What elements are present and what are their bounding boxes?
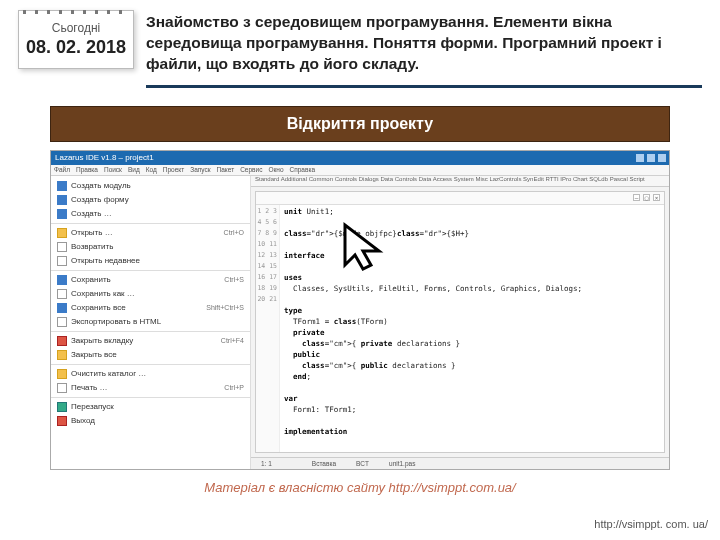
menu-item-label: Сохранить bbox=[71, 275, 111, 284]
menu-item-label: Возвратить bbox=[71, 242, 113, 251]
menubar-item[interactable]: Вид bbox=[128, 166, 140, 173]
code-area[interactable]: unit Unit1; class="dr">{$mode objfpc}cla… bbox=[280, 192, 586, 452]
menu-item[interactable]: СохранитьCtrl+S bbox=[51, 273, 250, 287]
menu-item-label: Создать … bbox=[71, 209, 112, 218]
menu-item-shortcut: Ctrl+S bbox=[224, 276, 244, 283]
menu-item[interactable]: Открыть недавнее bbox=[51, 254, 250, 268]
date-card: Сьогодні 08. 02. 2018 bbox=[18, 10, 134, 69]
menu-item[interactable]: Экспортировать в HTML bbox=[51, 315, 250, 329]
menu-item-icon bbox=[57, 195, 67, 205]
menu-item[interactable]: Открыть …Ctrl+O bbox=[51, 226, 250, 240]
section-banner: Відкриття проекту bbox=[50, 106, 670, 142]
line-number-gutter: 1 2 3 4 5 6 7 8 9 10 11 12 13 14 15 16 1… bbox=[256, 192, 280, 452]
menu-item[interactable]: Сохранить всеShift+Ctrl+S bbox=[51, 301, 250, 315]
cursor-icon bbox=[341, 221, 389, 275]
menu-item-icon bbox=[57, 289, 67, 299]
menubar-item[interactable]: Проект bbox=[163, 166, 184, 173]
menu-item-icon bbox=[57, 209, 67, 219]
menu-item-label: Перезапуск bbox=[71, 402, 114, 411]
maximize-icon[interactable] bbox=[647, 154, 655, 162]
date-today: Сьогодні bbox=[21, 21, 131, 35]
src-window-controls: – ▢ × bbox=[633, 194, 660, 201]
statusbar-cell: 1: 1 bbox=[261, 460, 272, 467]
menu-item[interactable]: Создать модуль bbox=[51, 179, 250, 193]
ide-menubar[interactable]: ФайлПравкаПоискВидКодПроектЗапускПакетСе… bbox=[51, 165, 669, 176]
menubar-item[interactable]: Код bbox=[146, 166, 157, 173]
menu-item[interactable]: Создать … bbox=[51, 207, 250, 221]
ide-file-menu[interactable]: Создать модульСоздать формуСоздать …Откр… bbox=[51, 176, 251, 469]
menu-item[interactable]: Перезапуск bbox=[51, 400, 250, 414]
ide-titlebar: Lazarus IDE v1.8 – project1 bbox=[51, 151, 669, 165]
menu-item-label: Выход bbox=[71, 416, 95, 425]
page-title: Знайомство з середовищем програмування. … bbox=[146, 10, 702, 88]
menubar-item[interactable]: Поиск bbox=[104, 166, 122, 173]
menu-item-shortcut: Ctrl+P bbox=[224, 384, 244, 391]
menu-item-icon bbox=[57, 350, 67, 360]
statusbar-cell: unit1.pas bbox=[389, 460, 415, 467]
statusbar-cell: Вставка bbox=[312, 460, 336, 467]
menu-item-label: Закрыть все bbox=[71, 350, 117, 359]
close-icon[interactable] bbox=[658, 154, 666, 162]
menu-item-label: Сохранить все bbox=[71, 303, 126, 312]
menu-item-icon bbox=[57, 242, 67, 252]
menu-item-label: Экспортировать в HTML bbox=[71, 317, 161, 326]
menu-item[interactable]: Сохранить как … bbox=[51, 287, 250, 301]
menu-item-label: Печать … bbox=[71, 383, 107, 392]
menu-item[interactable]: Выход bbox=[51, 414, 250, 428]
menu-item-icon bbox=[57, 228, 67, 238]
component-tabstrip[interactable]: Standard Additional Common Controls Dial… bbox=[251, 176, 669, 187]
statusbar-cell: BCT bbox=[356, 460, 369, 467]
menubar-item[interactable]: Справка bbox=[290, 166, 316, 173]
close-icon[interactable]: × bbox=[653, 194, 660, 201]
minimize-icon[interactable]: – bbox=[633, 194, 640, 201]
menu-item[interactable]: Закрыть все bbox=[51, 348, 250, 362]
menu-item-icon bbox=[57, 303, 67, 313]
maximize-icon[interactable]: ▢ bbox=[643, 194, 650, 201]
ide-screenshot: Lazarus IDE v1.8 – project1 ФайлПравкаПо… bbox=[50, 150, 670, 470]
menu-item[interactable]: Печать …Ctrl+P bbox=[51, 381, 250, 395]
ide-statusbar: 1: 1ВставкаBCTunit1.pas bbox=[251, 457, 669, 469]
svg-marker-0 bbox=[345, 225, 379, 269]
window-buttons bbox=[636, 151, 669, 165]
menu-item-label: Создать форму bbox=[71, 195, 129, 204]
menubar-item[interactable]: Пакет bbox=[217, 166, 235, 173]
menu-item-icon bbox=[57, 181, 67, 191]
menu-item-icon bbox=[57, 317, 67, 327]
menu-item-icon bbox=[57, 256, 67, 266]
ide-title: Lazarus IDE v1.8 – project1 bbox=[55, 151, 154, 165]
menu-item[interactable]: Закрыть вкладкуCtrl+F4 bbox=[51, 334, 250, 348]
menu-item-label: Открыть … bbox=[71, 228, 113, 237]
menu-item-shortcut: Shift+Ctrl+S bbox=[206, 304, 244, 311]
menubar-item[interactable]: Запуск bbox=[190, 166, 210, 173]
minimize-icon[interactable] bbox=[636, 154, 644, 162]
menu-item-label: Очистить каталог … bbox=[71, 369, 146, 378]
menu-item-shortcut: Ctrl+F4 bbox=[221, 337, 244, 344]
menubar-item[interactable]: Правка bbox=[76, 166, 98, 173]
menu-item-icon bbox=[57, 369, 67, 379]
date-value: 08. 02. 2018 bbox=[21, 37, 131, 58]
menu-item-icon bbox=[57, 383, 67, 393]
menu-item[interactable]: Возвратить bbox=[51, 240, 250, 254]
menu-item-label: Закрыть вкладку bbox=[71, 336, 133, 345]
source-editor[interactable]: – ▢ × 1 2 3 4 5 6 7 8 9 10 11 12 13 14 1… bbox=[255, 191, 665, 453]
menubar-item[interactable]: Окно bbox=[268, 166, 283, 173]
menu-item-icon bbox=[57, 336, 67, 346]
menu-item-icon bbox=[57, 416, 67, 426]
footer-credit: Матеріал є власністю сайту http://vsimpp… bbox=[0, 480, 720, 495]
menu-item-icon bbox=[57, 275, 67, 285]
menu-item-label: Открыть недавнее bbox=[71, 256, 140, 265]
footer-url: http://vsimppt. com. ua/ bbox=[594, 518, 708, 530]
menu-item-label: Сохранить как … bbox=[71, 289, 135, 298]
menu-item[interactable]: Создать форму bbox=[51, 193, 250, 207]
menu-item-icon bbox=[57, 402, 67, 412]
menubar-item[interactable]: Сервис bbox=[240, 166, 262, 173]
menu-item-shortcut: Ctrl+O bbox=[224, 229, 244, 236]
menu-item[interactable]: Очистить каталог … bbox=[51, 367, 250, 381]
menubar-item[interactable]: Файл bbox=[54, 166, 70, 173]
menu-item-label: Создать модуль bbox=[71, 181, 131, 190]
